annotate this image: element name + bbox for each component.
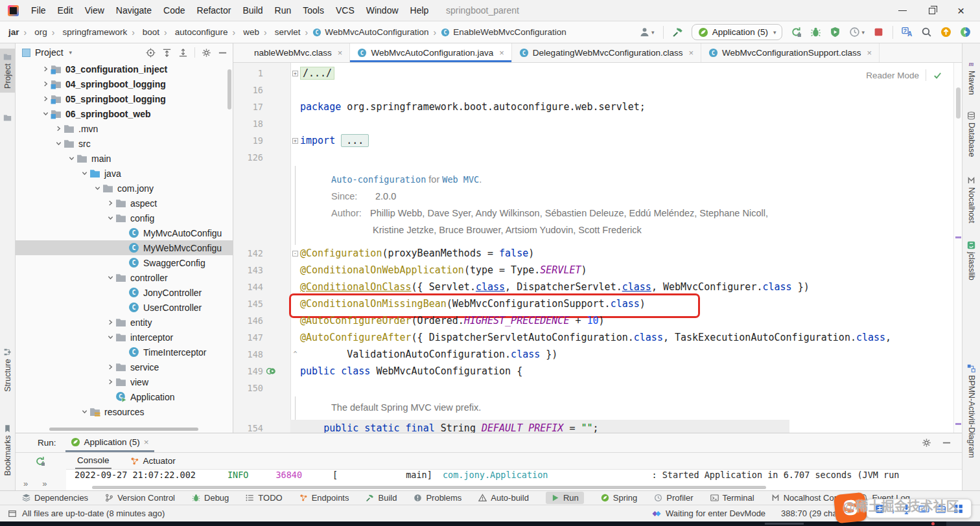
line-number[interactable]: 16 bbox=[233, 82, 263, 98]
tree-row[interactable]: resources bbox=[16, 404, 233, 419]
toolbox-icon[interactable] bbox=[935, 503, 946, 514]
line-number[interactable]: 143 bbox=[233, 262, 263, 279]
fold-column[interactable] bbox=[290, 363, 300, 380]
line-number[interactable]: 154 bbox=[233, 420, 263, 433]
tree-row[interactable]: config bbox=[16, 211, 233, 225]
tool-window-button[interactable]: TODO bbox=[246, 493, 282, 503]
tree-row[interactable]: 03_configuration_inject bbox=[16, 62, 233, 76]
minimize-button[interactable] bbox=[898, 10, 907, 11]
tree-row[interactable]: main bbox=[16, 151, 233, 166]
collapse-all-icon[interactable] bbox=[178, 48, 188, 58]
run-configuration-select[interactable]: Application (5) ▾ bbox=[692, 24, 783, 40]
gear-icon[interactable] bbox=[922, 438, 931, 448]
editor-tab[interactable]: nableWebMvc.class × bbox=[233, 43, 350, 62]
menu-item[interactable]: Tools bbox=[297, 3, 330, 18]
breadcrumb-item[interactable]: boot › bbox=[139, 27, 172, 38]
run-with-coverage-icon[interactable] bbox=[830, 27, 841, 38]
editor-tab[interactable]: DelegatingWebMvcConfiguration.class × bbox=[512, 43, 701, 62]
fold-column[interactable]: + bbox=[290, 132, 300, 149]
fold-column[interactable]: ^ bbox=[290, 346, 300, 363]
tree-row[interactable]: java bbox=[16, 166, 233, 181]
tree-chevron-icon[interactable] bbox=[105, 319, 115, 325]
tree-chevron-icon[interactable] bbox=[79, 409, 89, 415]
tree-row[interactable]: aspect bbox=[16, 196, 233, 211]
tool-stripe-project[interactable]: Project bbox=[0, 49, 15, 93]
line-number[interactable]: 18 bbox=[233, 115, 263, 132]
code-line[interactable]: 1+/.../ bbox=[233, 65, 962, 82]
code-line[interactable]: 19+import ... bbox=[233, 132, 962, 149]
menu-item[interactable]: VCS bbox=[330, 3, 360, 18]
tree-vertical-scrollbar[interactable] bbox=[228, 69, 231, 109]
tree-row[interactable]: view bbox=[16, 374, 233, 389]
tree-chevron-icon[interactable] bbox=[53, 141, 64, 146]
close-button[interactable]: × bbox=[957, 5, 964, 17]
expand-all-icon[interactable] bbox=[162, 48, 172, 58]
line-number[interactable]: 145 bbox=[233, 295, 263, 312]
code-line[interactable]: 126 bbox=[233, 149, 962, 166]
menu-item[interactable]: View bbox=[79, 3, 110, 18]
fold-column[interactable] bbox=[290, 115, 300, 132]
plugin-icon[interactable] bbox=[960, 27, 971, 38]
hide-panel-icon[interactable] bbox=[942, 438, 951, 448]
code-line[interactable]: 142-@Configuration(proxyBeanMethods = fa… bbox=[233, 245, 962, 262]
ide-update-icon[interactable] bbox=[940, 27, 951, 38]
menu-item[interactable]: Build bbox=[237, 3, 268, 18]
tool-window-button[interactable]: Run bbox=[546, 492, 584, 504]
line-number[interactable]: 144 bbox=[233, 279, 263, 295]
breadcrumb-item[interactable]: WebMvcAutoConfiguration › bbox=[312, 27, 441, 38]
breadcrumb-item[interactable]: servlet › bbox=[272, 27, 312, 38]
console-tab[interactable]: Console bbox=[75, 453, 111, 469]
code-line[interactable]: 144@ConditionalOnClass({ Servlet.class, … bbox=[233, 279, 962, 295]
microphone-icon[interactable] bbox=[901, 503, 912, 514]
scrollbar-mark[interactable] bbox=[955, 236, 961, 238]
fold-marker-icon[interactable]: - bbox=[292, 251, 298, 257]
menu-item[interactable]: Edit bbox=[52, 3, 79, 18]
breadcrumb-item[interactable]: web › bbox=[240, 27, 271, 38]
menu-item[interactable]: Navigate bbox=[110, 3, 158, 18]
code-line[interactable]: 149public class WebMvcAutoConfiguration … bbox=[233, 363, 962, 380]
tool-window-button[interactable]: Spring bbox=[601, 493, 638, 503]
line-number[interactable]: 149 bbox=[233, 363, 263, 380]
tree-chevron-icon[interactable] bbox=[66, 155, 76, 161]
editor-tab[interactable]: WebMvcAutoConfiguration.java × bbox=[350, 43, 511, 62]
project-panel-title[interactable]: Project bbox=[35, 47, 64, 58]
tree-row[interactable]: controller bbox=[16, 270, 233, 285]
breadcrumb-item[interactable]: EnableWebMvcConfiguration › bbox=[441, 27, 566, 37]
line-number[interactable]: 148 bbox=[233, 346, 263, 363]
fold-column[interactable]: - bbox=[290, 245, 300, 262]
ime-toolbar[interactable]: , bbox=[867, 499, 972, 518]
tree-row[interactable]: UserController bbox=[16, 300, 233, 315]
tool-stripe-structure[interactable]: Structure bbox=[0, 348, 15, 392]
locate-icon[interactable] bbox=[146, 48, 156, 58]
code-line[interactable]: 17package org.springframework.boot.autoc… bbox=[233, 98, 962, 115]
tree-chevron-icon[interactable] bbox=[105, 215, 115, 221]
tree-row[interactable]: MyWebMvcConfigu bbox=[16, 240, 233, 255]
fold-column[interactable] bbox=[290, 98, 300, 115]
tree-row[interactable]: 04_springboot_logging bbox=[16, 76, 233, 91]
tree-row[interactable]: 06_springboot_web bbox=[16, 106, 233, 121]
tree-row[interactable]: JonyController bbox=[16, 285, 233, 300]
chinese-english-toggle-icon[interactable] bbox=[874, 503, 885, 514]
code-line[interactable]: 147@AutoConfigureAfter({ DispatcherServl… bbox=[233, 329, 962, 346]
tool-stripe-database[interactable]: Database bbox=[962, 111, 980, 157]
line-number[interactable]: 17 bbox=[233, 98, 263, 115]
fold-marker-icon[interactable]: + bbox=[292, 138, 298, 144]
code-area[interactable]: Reader Mode 1+/.../1617package org.sprin… bbox=[233, 63, 962, 433]
close-tab-icon[interactable]: × bbox=[338, 48, 343, 58]
editor-tab[interactable]: WebMvcConfigurationSupport.class × bbox=[701, 43, 880, 62]
menu-item[interactable]: Code bbox=[158, 3, 191, 18]
console-horizontal-scrollbar[interactable] bbox=[92, 486, 766, 489]
user-icon[interactable]: ▾ bbox=[639, 27, 655, 38]
breadcrumb-item[interactable]: springframework › bbox=[59, 27, 139, 38]
hidden-toolbar-chevron[interactable]: » bbox=[42, 479, 47, 488]
rerun-icon[interactable] bbox=[35, 456, 45, 466]
tree-row[interactable]: MyMvcAutoConfigu bbox=[16, 225, 233, 240]
debug-icon[interactable] bbox=[810, 27, 821, 38]
chevron-down-icon[interactable]: ▾ bbox=[69, 49, 73, 56]
menu-item[interactable]: Run bbox=[269, 3, 298, 18]
commit-tool-icon[interactable] bbox=[0, 113, 15, 122]
reader-mode-indicator[interactable]: Reader Mode bbox=[863, 68, 945, 82]
search-everywhere-icon[interactable] bbox=[921, 27, 932, 38]
code-line[interactable]: 16 bbox=[233, 82, 962, 98]
tool-window-button[interactable]: Debug bbox=[192, 493, 229, 503]
